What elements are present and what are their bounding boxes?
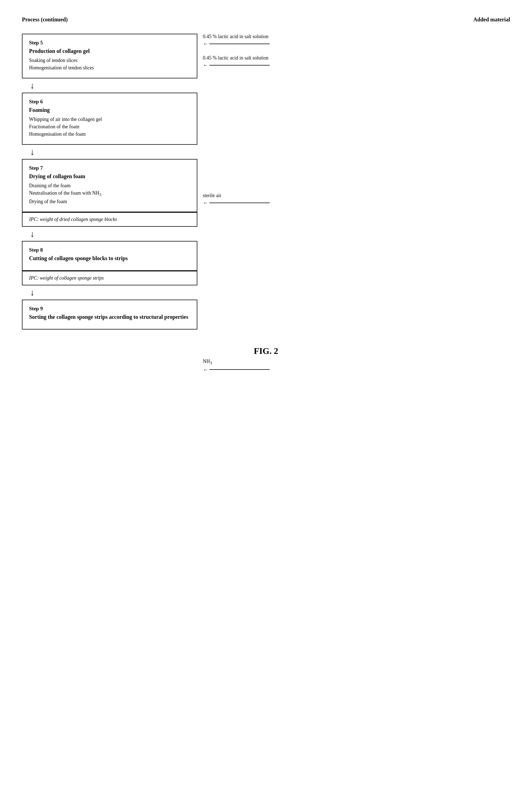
ipc2-text: IPC: weight of collagen sponge strips	[29, 275, 103, 281]
figure-label: FIG. 2	[22, 346, 510, 356]
arrow-line	[209, 43, 270, 44]
material-step5-arrow1: ←	[203, 41, 270, 47]
arrow-line2	[209, 65, 270, 65]
step5-item1: Soaking of tendon slices	[29, 58, 190, 63]
step7-item3: Drying of the foam	[29, 199, 190, 205]
process-column: Step 5 Production of collagen gel Soakin…	[22, 34, 197, 329]
step8-box: Step 8 Cutting of collagen sponge blocks…	[22, 241, 197, 271]
material-step5: 0.45 % lactic acid in salt solution ← 0.…	[203, 34, 270, 68]
material-step5-arrow2: ←	[203, 62, 270, 68]
ipc1-text: IPC: weight of dried collagen sponge blo…	[29, 216, 117, 222]
step7-label: Step 7	[29, 165, 190, 171]
material-step7: NH3 ←	[203, 359, 270, 373]
material-step5-text2: 0.45 % lactic acid in salt solution	[203, 55, 270, 61]
arrow-step6-7: ↓	[30, 148, 197, 156]
arrow-step5-6: ↓	[30, 81, 197, 90]
material-step5-second: 0.45 % lactic acid in salt solution ←	[203, 55, 270, 68]
arrow-step8-9: ↓	[30, 288, 197, 297]
step6-item3: Homogenisation of the foam	[29, 131, 190, 137]
arrow-head-icon3: ←	[203, 199, 208, 206]
step5-item2: Homogenisation of tendon slices	[29, 65, 190, 71]
step8-title: Cutting of collagen sponge blocks to str…	[29, 255, 190, 262]
step5-label: Step 5	[29, 40, 190, 46]
material-step7-text: NH3	[203, 359, 270, 365]
step6-item2: Fractionation of the foam	[29, 124, 190, 130]
header-right: Added material	[473, 16, 510, 23]
material-step6: sterile air ←	[203, 193, 270, 206]
material-step5-first: 0.45 % lactic acid in salt solution ←	[203, 34, 270, 47]
main-content: Step 5 Production of collagen gel Soakin…	[22, 34, 510, 329]
arrow-line4	[209, 369, 270, 370]
arrow-step7-8: ↓	[30, 229, 197, 238]
material-step7-arrow: ←	[203, 366, 270, 373]
step7-item2: Neutralisation of the foam with NH3	[29, 190, 190, 197]
arrow-head-icon2: ←	[203, 62, 208, 68]
material-step6-arrow: ←	[203, 199, 270, 206]
step9-title: Sorting the collagen sponge strips accor…	[29, 314, 190, 320]
material-column: 0.45 % lactic acid in salt solution ← 0.…	[197, 34, 510, 329]
step5-box: Step 5 Production of collagen gel Soakin…	[22, 34, 197, 78]
step7-title: Drying of collagen foam	[29, 173, 190, 179]
step9-label: Step 9	[29, 306, 190, 312]
step6-box: Step 6 Foaming Whipping of air into the …	[22, 93, 197, 145]
step6-title: Foaming	[29, 107, 190, 113]
step9-box: Step 9 Sorting the collagen sponge strip…	[22, 300, 197, 329]
step7-box: Step 7 Drying of collagen foam Draining …	[22, 159, 197, 212]
page-header: Process (continued) Added material	[22, 16, 510, 23]
material-step6-text: sterile air	[203, 193, 270, 198]
ipc2-box: IPC: weight of collagen sponge strips	[22, 271, 197, 285]
step5-title: Production of collagen gel	[29, 48, 190, 54]
arrow-head-icon4: ←	[203, 366, 208, 373]
header-left: Process (continued)	[22, 16, 68, 23]
step7-item1: Draining of the foam	[29, 183, 190, 189]
arrow-line3	[209, 203, 270, 203]
ipc1-box: IPC: weight of dried collagen sponge blo…	[22, 212, 197, 227]
step6-label: Step 6	[29, 99, 190, 105]
step8-label: Step 8	[29, 247, 190, 253]
arrow-head-icon: ←	[203, 41, 208, 47]
material-step5-text1: 0.45 % lactic acid in salt solution	[203, 34, 270, 39]
step6-item1: Whipping of air into the collagen gel	[29, 116, 190, 122]
